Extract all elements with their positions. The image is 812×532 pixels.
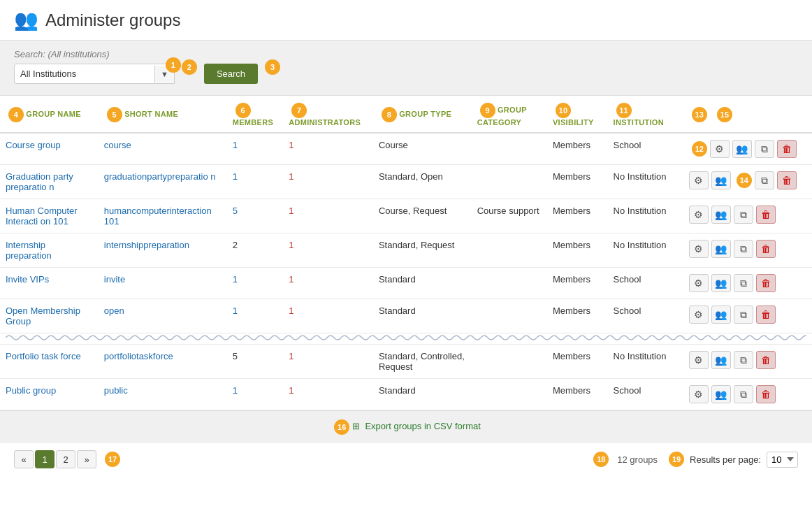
- copy-button[interactable]: ⧉: [734, 274, 753, 292]
- prev-page-btn[interactable]: «: [14, 450, 34, 468]
- delete-button[interactable]: 🗑: [777, 171, 797, 189]
- members-button[interactable]: 👥: [711, 240, 731, 258]
- short-name-value: public: [104, 385, 128, 396]
- copy-button[interactable]: ⧉: [734, 351, 753, 369]
- table-row: Invite VIPs invite 1 1 Standard Members …: [0, 268, 812, 299]
- group-name-link[interactable]: Graduation party preparatio n: [6, 171, 73, 192]
- copy-button[interactable]: ⧉: [755, 140, 774, 158]
- svg-rect-0: [6, 333, 806, 342]
- members-button[interactable]: 👥: [732, 140, 752, 158]
- members-link[interactable]: 1: [233, 274, 238, 285]
- delete-button[interactable]: 🗑: [756, 351, 776, 369]
- members-button[interactable]: 👥: [711, 351, 731, 369]
- group-name-link[interactable]: Public group: [6, 385, 56, 396]
- settings-button[interactable]: ⚙: [689, 171, 709, 189]
- group-type-cell: Standard, Request: [373, 233, 472, 268]
- group-category-cell: [472, 233, 547, 268]
- group-name-link[interactable]: Invite VIPs: [6, 274, 49, 285]
- copy-button[interactable]: ⧉: [734, 240, 753, 258]
- badge-3: 3: [265, 59, 280, 75]
- institution-cell: No Institution: [608, 199, 683, 233]
- institution-cell: School: [608, 299, 683, 333]
- export-section: 16 ⊞ Export groups in CSV format: [0, 410, 812, 443]
- administrators-cell: 1: [283, 379, 373, 410]
- members-link[interactable]: 1: [233, 140, 238, 150]
- short-name-cell: invite: [99, 268, 227, 299]
- copy-button[interactable]: ⧉: [755, 171, 774, 189]
- col-header-short-name: 5 SHORT NAME: [99, 96, 227, 133]
- group-category-cell: [472, 299, 547, 333]
- search-section: Search: (All institutions) All Instituti…: [0, 41, 812, 96]
- copy-button[interactable]: ⧉: [734, 385, 753, 403]
- delete-button[interactable]: 🗑: [777, 140, 797, 158]
- badge-1: 1: [166, 57, 181, 73]
- page-1-btn[interactable]: 1: [35, 450, 55, 468]
- next-page-btn[interactable]: »: [77, 450, 96, 468]
- members-link[interactable]: 1: [233, 171, 238, 182]
- delete-button[interactable]: 🗑: [756, 274, 776, 292]
- members-link[interactable]: 1: [233, 305, 238, 316]
- table-row: Internship preparation internshipprepara…: [0, 233, 812, 268]
- copy-button[interactable]: ⧉: [734, 206, 753, 224]
- admins-link[interactable]: 1: [289, 351, 293, 361]
- members-button[interactable]: 👥: [711, 206, 731, 224]
- settings-button[interactable]: ⚙: [689, 206, 709, 224]
- short-name-cell: humancomputerinteraction 101: [99, 199, 227, 233]
- copy-button[interactable]: ⧉: [734, 305, 753, 324]
- members-cell: 1: [227, 133, 283, 165]
- members-cell: 1: [227, 165, 283, 199]
- group-category-cell: [472, 345, 547, 379]
- members-button[interactable]: 👥: [711, 305, 731, 324]
- group-name-link[interactable]: Course group: [6, 140, 61, 150]
- short-name-value: portfoliotaskforce: [104, 351, 173, 361]
- search-button[interactable]: Search: [204, 64, 258, 84]
- badge-8: 8: [382, 107, 397, 122]
- admins-link[interactable]: 1: [289, 171, 293, 182]
- export-csv-link[interactable]: ⊞ Export groups in CSV format: [352, 421, 481, 431]
- actions-cell: ⚙ 👥 ⧉ 🗑: [683, 233, 812, 268]
- per-page-select[interactable]: 10 20 50: [767, 452, 798, 468]
- delete-button[interactable]: 🗑: [756, 240, 776, 258]
- admins-link[interactable]: 1: [289, 305, 293, 316]
- members-link[interactable]: 5: [233, 206, 238, 216]
- settings-button[interactable]: ⚙: [689, 351, 709, 369]
- settings-button[interactable]: ⚙: [710, 140, 730, 158]
- settings-button[interactable]: ⚙: [689, 274, 709, 292]
- members-count: 5: [233, 351, 238, 361]
- table-row: Graduation party preparatio n graduation…: [0, 165, 812, 199]
- page-2-btn[interactable]: 2: [56, 450, 75, 468]
- administrators-cell: 1: [283, 165, 373, 199]
- institution-cell: School: [608, 379, 683, 410]
- admins-link[interactable]: 1: [289, 385, 293, 396]
- members-count: 2: [233, 240, 238, 250]
- short-name-cell: internshippreparation: [99, 233, 227, 268]
- members-cell: 2: [227, 233, 283, 268]
- delete-button[interactable]: 🗑: [756, 206, 776, 224]
- short-name-value: internshippreparation: [104, 240, 189, 250]
- per-page-label: Results per page:: [690, 454, 761, 465]
- members-button[interactable]: 👥: [711, 171, 731, 189]
- settings-button[interactable]: ⚙: [689, 385, 709, 403]
- institution-select[interactable]: All Institutions School No Institution: [15, 64, 154, 83]
- delete-button[interactable]: 🗑: [756, 305, 776, 324]
- group-name-link[interactable]: Portfolio task force: [6, 351, 81, 361]
- group-type-cell: Standard, Open: [373, 165, 472, 199]
- members-cell: 5: [227, 199, 283, 233]
- visibility-cell: Members: [547, 165, 608, 199]
- admins-link[interactable]: 1: [289, 240, 293, 250]
- admins-link[interactable]: 1: [289, 274, 293, 285]
- col-header-group-type: 8 GROUP TYPE: [373, 96, 472, 133]
- group-name-link[interactable]: Human Computer Interacti on 101: [6, 206, 78, 227]
- group-name-link[interactable]: Internship preparation: [6, 240, 52, 261]
- members-link[interactable]: 1: [233, 385, 238, 396]
- delete-button[interactable]: 🗑: [756, 385, 776, 403]
- settings-button[interactable]: ⚙: [689, 305, 709, 324]
- settings-button[interactable]: ⚙: [689, 240, 709, 258]
- admins-link[interactable]: 1: [289, 206, 293, 216]
- administrators-cell: 1: [283, 299, 373, 333]
- group-name-link[interactable]: Open Membership Group: [6, 305, 80, 326]
- members-button[interactable]: 👥: [711, 274, 731, 292]
- members-button[interactable]: 👥: [711, 385, 731, 403]
- short-name-cell: public: [99, 379, 227, 410]
- admins-link[interactable]: 1: [289, 140, 293, 150]
